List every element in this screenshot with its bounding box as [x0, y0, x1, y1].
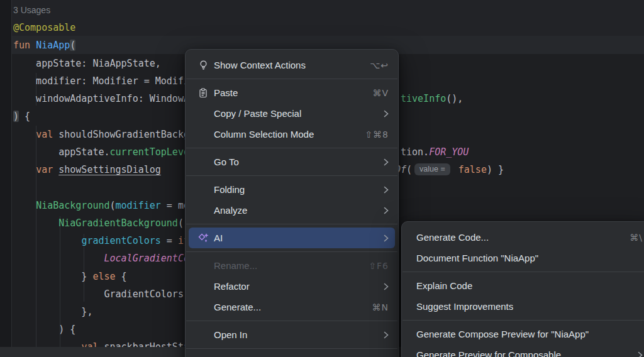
submenu-arrow-icon	[638, 351, 643, 357]
code-token	[13, 129, 36, 140]
menu-separator	[186, 79, 397, 79]
code-token: )	[13, 111, 19, 122]
code-token: tiveInfo	[401, 93, 446, 104]
code-token: var	[36, 164, 53, 175]
code-token	[13, 164, 36, 175]
menu-separator	[186, 224, 397, 224]
submenu-arrow-icon	[384, 110, 389, 118]
submenu-arrow-icon	[384, 158, 389, 166]
blank-icon	[196, 156, 210, 168]
menu-item-generate-preview-for-composable[interactable]: Generate Preview for Composable...	[405, 344, 644, 357]
code-token: {	[116, 271, 127, 282]
menu-item-label: Generate Compose Preview for "NiaApp"	[416, 329, 589, 339]
code-token: ) }	[487, 164, 504, 175]
menu-item-paste[interactable]: Paste⌘V	[189, 82, 395, 103]
code-token: },	[13, 306, 92, 317]
menu-item-folding[interactable]: Folding	[189, 179, 395, 200]
menu-item-show-context-actions[interactable]: Show Context Actions⌥↩	[189, 55, 395, 75]
menu-item-label: Generate Code...	[416, 232, 489, 243]
clipboard-icon	[196, 87, 210, 99]
ai-submenu: Generate Code...⌘\Document Function "Nia…	[401, 221, 644, 357]
menu-item-suggest-improvements[interactable]: Suggest Improvements	[405, 296, 644, 317]
code-token: (	[70, 40, 75, 51]
menu-item-generate[interactable]: Generate...⌘N	[189, 297, 395, 317]
blank-icon	[196, 184, 210, 195]
code-token: {	[19, 111, 30, 122]
code-token: false	[458, 164, 487, 175]
blank-icon	[196, 329, 210, 341]
menu-separator	[186, 175, 397, 176]
code-token: else	[92, 271, 115, 282]
menu-item-generate-code[interactable]: Generate Code...⌘\	[405, 227, 644, 248]
code-token: =	[161, 235, 178, 246]
menu-item-refactor[interactable]: Refactor	[189, 276, 395, 297]
menu-item-label: Show Context Actions	[214, 60, 306, 70]
shortcut-label: ⌘\	[630, 233, 643, 243]
code-token: modifier	[116, 200, 161, 211]
inlay-hint-value: value =	[414, 163, 450, 175]
shortcut-label: ⇧F6	[369, 261, 389, 271]
code-token: tion.	[401, 146, 429, 158]
menu-item-label: Copy / Paste Special	[214, 108, 301, 119]
shortcut-label: ⌥↩	[370, 60, 389, 70]
menu-item-label: Column Selection Mode	[214, 129, 314, 140]
code-line[interactable]: 3 Usages	[0, 1, 644, 19]
code-token: (	[406, 164, 412, 175]
lightbulb-icon	[196, 59, 210, 71]
menu-separator	[402, 272, 644, 272]
menu-item-open-in[interactable]: Open In	[189, 324, 395, 345]
code-token: gradientColors	[81, 235, 160, 246]
menu-separator	[402, 320, 644, 321]
menu-item-column-selection-mode[interactable]: Column Selection Mode⇧⌘8	[189, 124, 395, 145]
code-token: appState.	[13, 146, 110, 158]
menu-item-generate-compose-preview-for-niaapp[interactable]: Generate Compose Preview for "NiaApp"	[405, 324, 644, 344]
menu-separator	[186, 321, 397, 321]
blank-icon	[196, 204, 210, 216]
code-token	[13, 217, 58, 229]
blank-icon	[196, 128, 210, 140]
menu-item-label: Go To	[214, 157, 239, 167]
annotation-token: @Composable	[13, 22, 75, 33]
submenu-arrow-icon	[384, 331, 389, 339]
menu-item-label: Analyze	[214, 205, 247, 216]
menu-item-label: Folding	[214, 184, 245, 195]
code-token: ) {	[13, 324, 75, 335]
menu-separator	[186, 148, 397, 148]
code-token	[13, 200, 36, 211]
code-line[interactable]: @Composable	[0, 19, 644, 36]
menu-separator	[186, 348, 397, 349]
code-token	[53, 164, 58, 175]
blank-icon	[196, 107, 210, 119]
menu-item-label: Generate...	[214, 302, 261, 312]
shortcut-label: ⇧⌘8	[365, 129, 389, 140]
code-token: fun	[13, 40, 36, 51]
code-token: NiaGradientBackground	[58, 217, 178, 229]
code-token: (	[178, 217, 184, 229]
context-menu: Show Context Actions⌥↩Paste⌘VCopy / Past…	[185, 49, 399, 357]
menu-item-label: AI	[214, 233, 223, 243]
ai-sparkle-icon	[196, 232, 210, 244]
menu-item-label: Suggest Improvements	[416, 301, 513, 312]
menu-item-copy-paste-special[interactable]: Copy / Paste Special	[189, 103, 395, 124]
code-token: modifier: Modifier = Modifier,	[13, 75, 206, 87]
submenu-arrow-icon	[384, 234, 389, 242]
menu-item-explain-code[interactable]: Explain Code	[405, 275, 644, 296]
menu-item-go-to[interactable]: Go To	[189, 151, 395, 172]
code-token: val	[36, 129, 53, 140]
submenu-arrow-icon	[384, 283, 389, 290]
menu-item-label: Open In	[214, 329, 247, 340]
menu-item-label: Rename...	[214, 260, 257, 271]
menu-item-analyze[interactable]: Analyze	[189, 200, 395, 221]
function-name-token: NiaApp	[36, 40, 70, 51]
menu-item-document-function-niaapp[interactable]: Document Function "NiaApp"	[405, 248, 644, 268]
usages-inlay-hint: 3 Usages	[13, 5, 50, 15]
code-token	[13, 253, 104, 264]
menu-item-label: Generate Preview for Composable...	[416, 349, 569, 357]
blank-icon	[196, 280, 210, 292]
enum-constant-token: FOR_YOU	[429, 146, 469, 158]
code-token: (),	[446, 93, 463, 104]
editor-gutter	[0, 0, 12, 357]
code-token: (	[110, 200, 116, 211]
code-token	[13, 235, 81, 246]
menu-item-ai[interactable]: AI	[189, 228, 395, 248]
